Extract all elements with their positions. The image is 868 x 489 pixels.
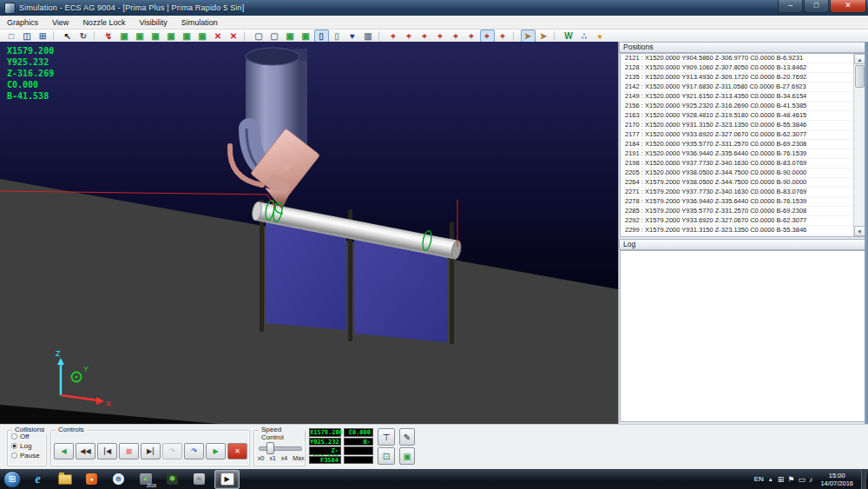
position-row[interactable]: 2264 : X1579.2000 Y938.0500 Z-344.7500 C… (621, 178, 865, 188)
menu-item[interactable]: Simulation (174, 16, 225, 29)
head-pose-6-icon[interactable]: ⌖ (464, 30, 479, 43)
speed-slider-thumb[interactable] (266, 442, 274, 454)
position-row[interactable]: 2135 : X1520.0000 Y913.4930 Z-309.1720 C… (621, 73, 865, 83)
rewind-button[interactable]: ◀◀ (76, 443, 95, 459)
taskbar-explorer[interactable] (53, 471, 76, 488)
tray-language[interactable]: EN (754, 475, 764, 483)
menu-item[interactable]: View (45, 16, 76, 29)
pick-pointer-1-icon[interactable]: ➤ (521, 30, 536, 43)
green-cube-6-icon[interactable]: ▣ (195, 30, 210, 43)
green-cube-2-icon[interactable]: ▣ (133, 30, 148, 43)
marker-button[interactable]: ▣ (399, 447, 415, 465)
position-row[interactable]: 2205 : X1520.0000 Y938.0500 Z-344.7500 C… (621, 169, 865, 178)
gray-cube-1-icon[interactable]: ▢ (252, 30, 266, 43)
green-cube-5-icon[interactable]: ▣ (180, 30, 194, 43)
head-pose-3-icon[interactable]: ⌖ (418, 30, 432, 43)
head-pose-2-icon[interactable]: ⌖ (402, 30, 417, 43)
taskbar-media-player[interactable]: ● (80, 471, 103, 488)
run-options-button[interactable]: ↷ (184, 443, 204, 459)
shield-icon[interactable]: ♥ (345, 30, 360, 43)
speed-slider-track[interactable] (259, 446, 302, 451)
head-pose-1-icon[interactable]: ⌖ (386, 30, 401, 43)
abort-button[interactable]: ✕ (227, 443, 247, 459)
close-button[interactable]: ✕ (830, 0, 866, 13)
view-split-icon[interactable]: ◫ (20, 30, 35, 43)
barrel-icon[interactable]: ▥ (361, 30, 376, 43)
go-start-button[interactable]: |◀ (97, 443, 117, 459)
sphere-icon[interactable]: ● (593, 30, 608, 43)
taskbar-internet-explorer[interactable]: e (26, 471, 49, 488)
scroll-thumb[interactable] (855, 65, 865, 88)
select-cursor-icon[interactable]: ↖ (61, 30, 76, 43)
jog-path-icon[interactable]: ↯ (102, 30, 116, 43)
positions-list[interactable]: 2121 : X1520.0000 Y904.5860 Z-306.9770 C… (620, 53, 866, 237)
tray-grid-icon[interactable]: ⊞ (778, 475, 785, 484)
position-row[interactable]: 2278 : X1579.2000 Y936.9440 Z-335.6440 C… (621, 197, 865, 207)
title-bar[interactable]: Simulation - ECS AG 9004 - [Prima Plus |… (0, 0, 868, 16)
orbit-view-icon[interactable]: ↻ (76, 30, 91, 43)
head-pose-7-icon[interactable]: ⌖ (480, 30, 495, 43)
skip-collision-button[interactable]: ↷ (162, 443, 182, 459)
view-single-icon[interactable]: □ (4, 30, 19, 43)
position-row[interactable]: 2198 : X1520.0000 Y937.7730 Z-340.1630 C… (621, 159, 865, 169)
delete-red-2-icon[interactable]: ✕ (227, 30, 241, 43)
taskbar-chrome[interactable] (107, 471, 130, 488)
taskbar-cam-2016[interactable]: ▲2016 (134, 471, 157, 488)
taskbar-gray-app[interactable]: ≈ (187, 471, 211, 488)
collisions-pause-radio[interactable]: Pause (11, 451, 46, 459)
green-cube-4-icon[interactable]: ▣ (164, 30, 179, 43)
nozzle-touch-button[interactable]: ✎ (399, 428, 415, 446)
tray-flag-icon[interactable]: ⚑ (787, 475, 794, 484)
green-cube-7-icon[interactable]: ▣ (283, 30, 298, 43)
green-cube-3-icon[interactable]: ▣ (148, 30, 163, 43)
position-row[interactable]: 2285 : X1579.2000 Y935.5770 Z-331.2570 C… (621, 207, 865, 216)
view-quad-icon[interactable]: ⊞ (36, 30, 50, 43)
tray-expand-icon[interactable]: ▲ (768, 477, 773, 482)
stop-button[interactable]: ■ (119, 443, 139, 459)
position-row[interactable]: 2271 : X1579.2000 Y937.7730 Z-340.1630 C… (621, 188, 865, 197)
delete-red-1-icon[interactable]: ✕ (211, 30, 226, 43)
tray-volume-icon[interactable]: ♪ (809, 475, 813, 484)
menu-item[interactable]: Visibility (132, 16, 174, 29)
position-row[interactable]: 2292 : X1579.2000 Y933.6920 Z-327.0670 C… (621, 216, 865, 226)
node-tree-icon[interactable]: ∴ (577, 30, 592, 43)
viewport-3d[interactable]: Z X Y X1579.200Y925.232Z-316.269C0.000B-… (0, 42, 618, 424)
start-button[interactable]: ⊞ (2, 471, 23, 488)
taskbar-clock[interactable]: 15:00 14/07/2016 (817, 472, 857, 487)
log-area[interactable] (620, 250, 866, 422)
menu-item[interactable]: Graphics (0, 16, 45, 29)
position-row[interactable]: 2184 : X1520.0000 Y935.5770 Z-331.2570 C… (621, 140, 865, 149)
gray-cube-2-icon[interactable]: ▢ (267, 30, 282, 43)
cylinder-active-icon[interactable]: ▯ (314, 30, 329, 43)
collisions-log-radio[interactable]: Log (11, 441, 46, 450)
position-row[interactable]: 2191 : X1520.0000 Y936.9440 Z-335.6440 C… (621, 149, 865, 159)
position-row[interactable]: 2121 : X1520.0000 Y904.5860 Z-306.9770 C… (621, 54, 865, 63)
green-cube-1-icon[interactable]: ▣ (117, 30, 132, 43)
minimize-button[interactable]: – (778, 0, 803, 13)
cylinder-icon[interactable]: ▯ (330, 30, 345, 43)
menu-item[interactable]: Nozzle Lock (76, 16, 132, 29)
pick-pointer-2-icon[interactable]: ➤ (536, 30, 551, 43)
position-row[interactable]: 2149 : X1520.0000 Y921.6150 Z-313.4350 C… (621, 92, 865, 102)
green-cube-8-icon[interactable]: ▣ (299, 30, 313, 43)
head-pose-8-icon[interactable]: ⌖ (496, 30, 510, 43)
weld-w-icon[interactable]: W (562, 30, 576, 43)
position-row[interactable]: 2128 : X1520.0000 Y909.1060 Z-307.8050 C… (621, 63, 865, 73)
position-row[interactable]: 2142 : X1520.0000 Y917.6830 Z-311.0580 C… (621, 83, 865, 92)
sheet-nozzle-button[interactable]: ⊡ (378, 447, 395, 465)
step-back-button[interactable]: ◀ (54, 443, 74, 459)
show-desktop-button[interactable] (861, 469, 866, 489)
tray-network-icon[interactable]: ▭ (798, 475, 806, 484)
position-row[interactable]: 2163 : X1520.0000 Y928.4810 Z-319.5180 C… (621, 111, 865, 121)
go-end-button[interactable]: ▶| (141, 443, 161, 459)
position-row[interactable]: 2170 : X1520.0000 Y931.3150 Z-323.1350 C… (621, 121, 865, 130)
position-row[interactable]: 2177 : X1520.0000 Y933.6920 Z-327.0670 C… (621, 130, 865, 140)
position-row[interactable]: 2306 : X1579.2000 Y928.4810 Z-319.5180 C… (621, 235, 865, 237)
taskbar-green-app[interactable]: ✱ (161, 471, 184, 488)
position-row[interactable]: 2299 : X1579.2000 Y931.3150 Z-323.1350 C… (621, 226, 865, 235)
head-pose-4-icon[interactable]: ⌖ (433, 30, 448, 43)
head-pose-5-icon[interactable]: ⌖ (449, 30, 464, 43)
maximize-button[interactable]: □ (804, 0, 829, 13)
positions-scrollbar[interactable]: ▲ ▼ (853, 54, 865, 236)
position-row[interactable]: 2156 : X1520.0000 Y925.2320 Z-316.2690 C… (621, 102, 865, 111)
